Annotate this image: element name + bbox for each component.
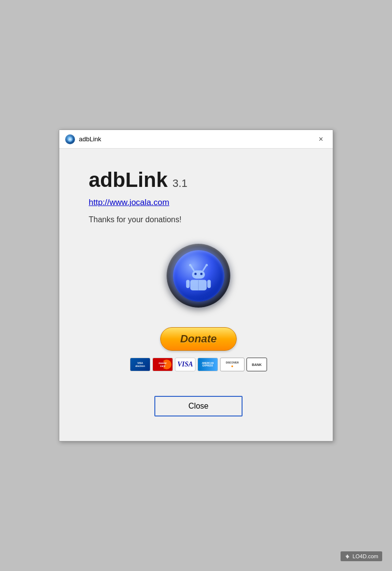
- donate-section: Donate VISAelectron mastercard VISA AMER…: [89, 327, 308, 371]
- payment-card-discover: DISCOVER ●: [220, 358, 245, 371]
- svg-line-3: [203, 266, 206, 271]
- payment-card-visa: VISA: [175, 358, 196, 371]
- donate-button[interactable]: Donate: [160, 327, 237, 351]
- app-icon: [65, 134, 75, 144]
- window-title: adbLink: [79, 135, 101, 143]
- svg-point-4: [205, 264, 208, 266]
- payment-icons: VISAelectron mastercard VISA AMERICANEXP…: [130, 358, 267, 371]
- svg-rect-5: [192, 270, 205, 279]
- svg-point-6: [195, 273, 197, 275]
- payment-card-mastercard: mastercard: [152, 358, 173, 371]
- svg-line-1: [191, 266, 194, 271]
- app-name: adbLink: [89, 168, 168, 192]
- payment-card-electron: VISAelectron: [130, 358, 150, 371]
- bottom-section: Close: [89, 396, 308, 416]
- payment-card-amex: AMERICANEXPRESS: [197, 358, 218, 371]
- watermark-icon: [344, 553, 350, 559]
- title-bar-left: adbLink: [65, 134, 101, 144]
- svg-point-2: [189, 264, 192, 266]
- app-title-row: adbLink 3.1: [89, 168, 188, 192]
- watermark-text: LO4D.com: [352, 553, 378, 559]
- svg-rect-9: [186, 280, 190, 288]
- svg-rect-10: [207, 280, 211, 288]
- watermark: LO4D.com: [341, 551, 382, 561]
- window-close-button[interactable]: ×: [315, 133, 327, 145]
- android-inner: [173, 250, 224, 302]
- close-dialog-button[interactable]: Close: [154, 396, 243, 416]
- title-bar: adbLink ×: [59, 130, 333, 149]
- dialog-content: adbLink 3.1 http://www.jocala.com Thanks…: [59, 149, 333, 441]
- android-button[interactable]: [167, 244, 230, 308]
- main-window: adbLink × adbLink 3.1 http://www.jocala.…: [59, 130, 333, 441]
- android-robot-icon: [184, 261, 213, 290]
- app-version: 3.1: [172, 177, 188, 190]
- android-icon-container: [89, 244, 308, 308]
- website-link[interactable]: http://www.jocala.com: [89, 198, 169, 208]
- payment-card-bank: BANK: [246, 358, 267, 371]
- svg-point-7: [200, 273, 203, 275]
- thanks-text: Thanks for your donations!: [89, 215, 181, 224]
